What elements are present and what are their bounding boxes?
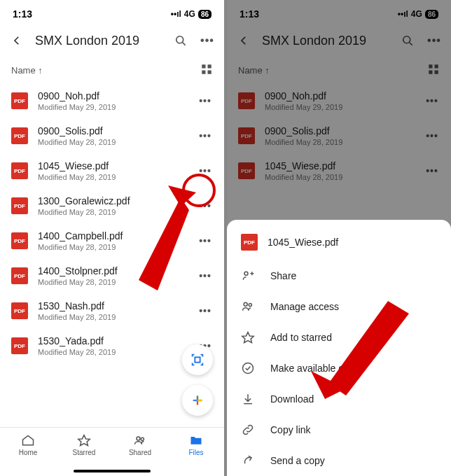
- signal-icon: ••ıl: [171, 9, 181, 19]
- overflow-button[interactable]: •••: [199, 32, 216, 49]
- svg-line-1: [183, 43, 186, 46]
- nav-files[interactable]: Files: [168, 433, 224, 476]
- app-header: SMX London 2019 •••: [0, 25, 224, 56]
- bottom-nav: Home Starred Shared Files: [0, 427, 224, 476]
- svg-rect-6: [195, 357, 200, 362]
- pdf-icon: PDF: [11, 92, 28, 109]
- file-row[interactable]: PDF 0900_Noh.pdf Modified May 29, 2019 •…: [0, 83, 224, 118]
- status-bar: 1:13 ••ıl 4G 86: [0, 0, 224, 25]
- sheet-file-name: 1045_Wiese.pdf: [268, 237, 338, 248]
- view-grid-icon[interactable]: [200, 63, 213, 78]
- svg-point-13: [141, 438, 144, 440]
- svg-point-12: [137, 437, 140, 440]
- pdf-icon: PDF: [11, 127, 28, 144]
- back-button[interactable]: [8, 32, 25, 49]
- network-label: 4G: [184, 9, 195, 19]
- annotation-arrow: [119, 182, 210, 315]
- search-button[interactable]: [172, 32, 189, 49]
- add-fab[interactable]: [182, 385, 213, 416]
- svg-rect-4: [202, 71, 205, 74]
- file-more-button[interactable]: •••: [197, 95, 213, 106]
- file-name: 1045_Wiese.pdf: [38, 160, 188, 172]
- svg-point-0: [176, 36, 183, 43]
- svg-marker-15: [139, 197, 189, 290]
- scan-fab[interactable]: [182, 344, 213, 375]
- svg-marker-11: [78, 435, 90, 446]
- svg-point-22: [244, 272, 248, 275]
- file-name: 0900_Solis.pdf: [38, 125, 188, 136]
- sort-row[interactable]: Name ↑: [0, 56, 224, 83]
- file-name: 0900_Noh.pdf: [38, 90, 188, 102]
- nav-home[interactable]: Home: [0, 433, 56, 476]
- sheet-share[interactable]: Share: [227, 260, 451, 291]
- svg-point-28: [243, 363, 254, 374]
- svg-point-26: [249, 303, 251, 306]
- file-more-button[interactable]: •••: [197, 130, 213, 141]
- home-indicator: [74, 470, 151, 472]
- fab-stack: [182, 344, 213, 416]
- status-time: 1:13: [13, 8, 32, 20]
- battery-badge: 86: [198, 10, 211, 19]
- svg-rect-2: [202, 64, 205, 68]
- pdf-icon: PDF: [11, 162, 28, 179]
- annotation-arrow: [304, 294, 409, 413]
- phone-right: 1:13 ••ıl 4G 86 SMX London 2019 ••• Name…: [227, 0, 451, 476]
- file-meta: Modified May 28, 2019: [38, 173, 188, 181]
- svg-marker-32: [328, 301, 409, 396]
- pdf-icon: PDF: [241, 234, 258, 251]
- svg-point-25: [244, 302, 247, 306]
- file-meta: Modified May 29, 2019: [38, 103, 188, 111]
- phone-left: 1:13 ••ıl 4G 86 SMX London 2019 ••• Name…: [0, 0, 224, 476]
- sort-label[interactable]: Name ↑: [11, 65, 43, 76]
- pdf-icon: PDF: [11, 302, 28, 319]
- pdf-icon: PDF: [11, 337, 28, 354]
- sheet-header: PDF 1045_Wiese.pdf: [227, 230, 451, 260]
- file-meta: Modified May 28, 2019: [38, 348, 188, 356]
- pdf-icon: PDF: [11, 197, 28, 214]
- pdf-icon: PDF: [11, 232, 28, 249]
- file-row[interactable]: PDF 0900_Solis.pdf Modified May 28, 2019…: [0, 118, 224, 153]
- status-right: ••ıl 4G 86: [171, 9, 211, 19]
- svg-marker-27: [242, 332, 254, 343]
- sheet-copy-link[interactable]: Copy link: [227, 414, 451, 445]
- svg-rect-3: [208, 64, 211, 68]
- file-name: 1530_Yada.pdf: [38, 335, 188, 346]
- svg-rect-5: [208, 71, 211, 74]
- file-meta: Modified May 28, 2019: [38, 138, 188, 146]
- pdf-icon: PDF: [11, 267, 28, 284]
- folder-title: SMX London 2019: [35, 34, 162, 48]
- sheet-send-copy[interactable]: Send a copy: [227, 445, 451, 476]
